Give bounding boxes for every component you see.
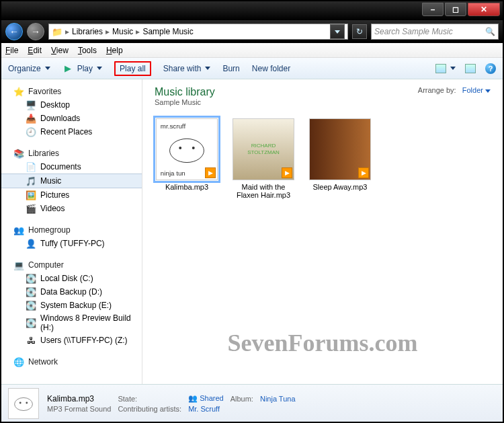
preview-pane-button[interactable] [465, 64, 476, 73]
command-bar: Organize ▶Play Play all Share with Burn … [1, 58, 503, 79]
desktop-icon: 🖥️ [26, 100, 36, 110]
arrange-value[interactable]: Folder [462, 86, 491, 94]
content-pane: Music library Sample Music Arrange by: F… [142, 79, 503, 384]
sidebar-item-music[interactable]: 🎵Music [1, 174, 142, 188]
network-drive-icon: 🖧 [26, 335, 36, 346]
address-bar[interactable]: 📁 ▸ Libraries ▸ Music ▸ Sample Music [48, 24, 348, 40]
details-filetype: MP3 Format Sound [47, 405, 111, 413]
body: ⭐Favorites 🖥️Desktop 📥Downloads 🕘Recent … [1, 79, 503, 384]
sidebar-item-documents[interactable]: 📄Documents [1, 160, 142, 174]
arrange-by[interactable]: Arrange by: Folder [418, 86, 491, 94]
play-overlay-icon: ▶ [205, 167, 216, 178]
close-button[interactable]: ✕ [468, 3, 500, 16]
burn-button[interactable]: Burn [222, 64, 239, 73]
sidebar-item-downloads[interactable]: 📥Downloads [1, 112, 142, 125]
menu-file[interactable]: File [5, 46, 18, 55]
forward-button[interactable]: → [27, 23, 44, 40]
details-state-value[interactable]: 👥 Shared [188, 394, 224, 403]
breadcrumb-separator: ▸ [136, 27, 140, 36]
file-item[interactable]: mr.scruffninja tun ▶ Kalimba.mp3 [155, 118, 219, 191]
explorer-window: – ◻ ✕ ← → 📁 ▸ Libraries ▸ Music ▸ Sample… [0, 0, 504, 423]
details-thumbnail [8, 388, 39, 419]
breadcrumb-item[interactable]: Music [112, 27, 133, 36]
organize-button[interactable]: Organize [8, 64, 50, 73]
details-artists-value[interactable]: Mr. Scruff [188, 405, 224, 413]
menu-tools[interactable]: Tools [78, 46, 97, 55]
favorites-header[interactable]: ⭐Favorites [1, 85, 142, 98]
file-thumbnail: mr.scruffninja tun ▶ [156, 118, 218, 180]
sidebar-item-videos[interactable]: 🎬Videos [1, 202, 142, 215]
details-pane: Kalimba.mp3 State: 👥 Shared Album: Ninja… [1, 384, 503, 422]
view-icon [435, 64, 446, 73]
share-with-button[interactable]: Share with [163, 64, 211, 73]
menu-bar: File Edit View Tools Help [1, 43, 503, 58]
menu-edit[interactable]: Edit [28, 46, 42, 55]
file-item[interactable]: RICHARDSTOLTZMAN ▶ Maid with the Flaxen … [231, 118, 296, 199]
computer-icon: 💻 [13, 260, 24, 270]
details-artists-label: Contributing artists: [118, 405, 181, 413]
network-icon: 🌐 [13, 356, 24, 367]
details-filename: Kalimba.mp3 [47, 394, 111, 403]
sidebar-item-drive-d[interactable]: 💽Data Backup (D:) [1, 285, 142, 299]
file-thumbnail: RICHARDSTOLTZMAN ▶ [233, 118, 294, 180]
sidebar-item-drive-z[interactable]: 🖧Users (\\TUFFY-PC) (Z:) [1, 334, 142, 347]
view-options-button[interactable] [435, 64, 456, 73]
file-name: Kalimba.mp3 [155, 183, 219, 191]
search-icon: 🔍 [485, 27, 495, 36]
sidebar-item-recent[interactable]: 🕘Recent Places [1, 125, 142, 139]
sidebar-item-homegroup-user[interactable]: 👤Tuffy (TUFFY-PC) [1, 237, 142, 250]
minimize-button[interactable]: – [422, 3, 444, 16]
network-header[interactable]: 🌐Network [1, 355, 142, 369]
file-item[interactable]: ▶ Sleep Away.mp3 [308, 118, 372, 191]
back-button[interactable]: ← [5, 23, 23, 40]
libraries-icon: 📚 [13, 148, 24, 159]
computer-header[interactable]: 💻Computer [1, 258, 142, 272]
sidebar-item-drive-c[interactable]: 💽Local Disk (C:) [1, 272, 142, 285]
svg-point-5 [15, 397, 33, 410]
file-list: mr.scruffninja tun ▶ Kalimba.mp3 RICHARD… [155, 118, 491, 199]
breadcrumb-separator: ▸ [65, 27, 69, 36]
music-icon: 🎵 [26, 176, 36, 186]
search-placeholder: Search Sample Music [374, 27, 453, 36]
maximize-button[interactable]: ◻ [445, 3, 466, 16]
menu-view[interactable]: View [51, 46, 69, 55]
svg-point-6 [19, 401, 22, 403]
svg-point-1 [170, 139, 204, 162]
help-button[interactable]: ? [485, 63, 496, 74]
drive-icon: 💽 [26, 273, 36, 284]
watermark: SevenForums.com [228, 329, 418, 357]
refresh-button[interactable]: ↻ [352, 24, 367, 39]
play-all-button[interactable]: Play all [114, 61, 151, 76]
breadcrumb-item[interactable]: Libraries [72, 27, 103, 36]
new-folder-button[interactable]: New folder [252, 64, 290, 73]
videos-icon: 🎬 [26, 203, 36, 214]
breadcrumb-item[interactable]: Sample Music [142, 27, 193, 36]
libraries-header[interactable]: 📚Libraries [1, 147, 142, 160]
address-dropdown-button[interactable] [330, 24, 345, 39]
details-state-label: State: [118, 395, 181, 403]
play-button[interactable]: ▶Play [62, 63, 102, 74]
documents-icon: 📄 [26, 161, 36, 172]
play-overlay-icon: ▶ [358, 167, 369, 178]
pictures-icon: 🖼️ [26, 190, 36, 200]
homegroup-header[interactable]: 👥Homegroup [1, 223, 142, 237]
library-subtitle: Sample Music [155, 98, 215, 106]
play-overlay-icon: ▶ [282, 167, 292, 178]
sidebar-item-pictures[interactable]: 🖼️Pictures [1, 188, 142, 202]
recent-icon: 🕘 [26, 126, 36, 137]
svg-point-3 [192, 147, 195, 149]
library-title: Music library [155, 86, 215, 98]
menu-help[interactable]: Help [106, 46, 123, 55]
breadcrumb-separator: ▸ [106, 27, 110, 36]
sidebar-item-desktop[interactable]: 🖥️Desktop [1, 98, 142, 112]
play-icon: ▶ [62, 63, 73, 74]
search-input[interactable]: Search Sample Music 🔍 [371, 24, 499, 40]
svg-point-7 [26, 401, 28, 403]
svg-text:ninja tun: ninja tun [161, 169, 185, 177]
downloads-icon: 📥 [26, 113, 36, 124]
sidebar-item-drive-h[interactable]: 💽Windows 8 Preview Build (H:) [1, 312, 142, 334]
drive-icon: 💽 [26, 286, 36, 297]
sidebar-item-drive-e[interactable]: 💽System Backup (E:) [1, 299, 142, 312]
file-name: Sleep Away.mp3 [308, 183, 372, 191]
details-album-value[interactable]: Ninja Tuna [260, 395, 296, 403]
